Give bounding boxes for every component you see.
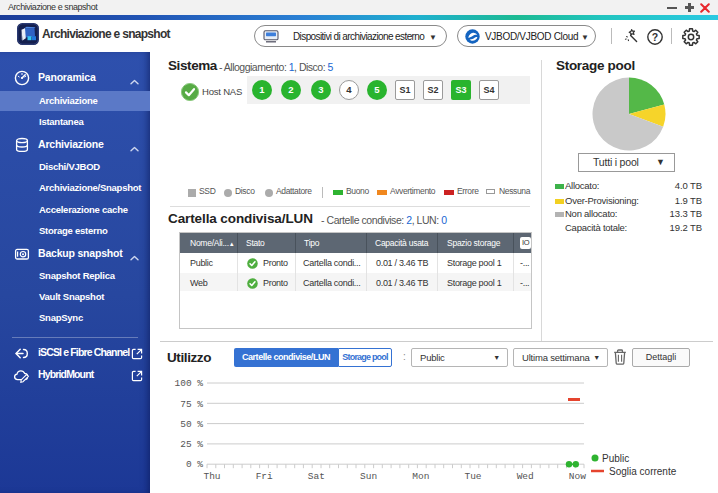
svg-text:Public: Public — [602, 453, 629, 464]
svg-text:Thu: Thu — [203, 471, 220, 482]
svg-text:Now: Now — [569, 471, 586, 482]
svg-text:Sat: Sat — [308, 471, 325, 482]
svg-text:25 %: 25 % — [180, 439, 203, 450]
svg-text:50 %: 50 % — [180, 419, 203, 430]
svg-text:?: ? — [652, 31, 658, 43]
svg-text:Sun: Sun — [360, 471, 377, 482]
svg-text:0 %: 0 % — [186, 459, 203, 470]
svg-text:Wed: Wed — [517, 471, 534, 482]
svg-text:Fri: Fri — [256, 471, 273, 482]
svg-text:Mon: Mon — [412, 471, 429, 482]
svg-text:100 %: 100 % — [174, 378, 203, 389]
svg-text:Tue: Tue — [464, 471, 481, 482]
svg-text:Soglia corrente: Soglia corrente — [609, 466, 677, 477]
svg-text:75 %: 75 % — [180, 399, 203, 410]
